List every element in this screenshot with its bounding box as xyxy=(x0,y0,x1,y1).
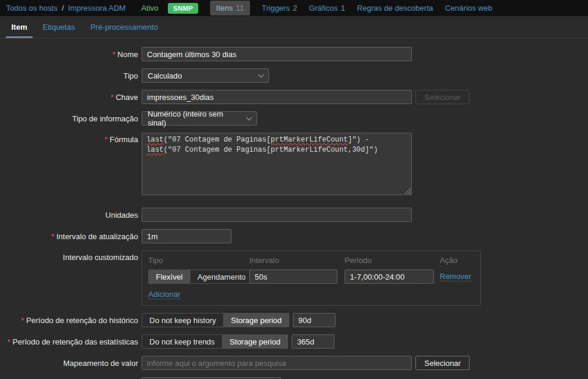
name-row: Nome xyxy=(0,47,588,61)
tab-preprocessing[interactable]: Pré-processamento xyxy=(83,16,165,38)
type-select[interactable]: Calculado xyxy=(142,68,269,83)
formula-row: Fórmula last("07 Contagem de Paginas[prt… xyxy=(0,133,588,195)
name-input[interactable] xyxy=(142,47,412,61)
nav-triggers-count: 2 xyxy=(293,4,297,12)
chevron-down-icon xyxy=(246,115,252,121)
history-segmented: Do not keep history Storage period xyxy=(142,313,289,327)
valuemap-row: Mapeamento de valor Selecionar xyxy=(0,356,588,370)
custom-interval-label: Intervalo customizado xyxy=(0,250,142,262)
units-label: Unidades xyxy=(0,211,142,220)
host-status-badge: Ativo xyxy=(141,4,158,12)
key-row: Chave Selecionar xyxy=(0,90,588,104)
valuemap-label: Mapeamento de valor xyxy=(0,359,142,368)
scheduling-option-button[interactable]: Agendamento xyxy=(190,270,253,283)
host-navigation-bar: Todos os hosts / Impressora ADM Ativo SN… xyxy=(0,0,588,16)
nav-triggers-label: Triggers xyxy=(262,4,290,12)
interval-value-input[interactable] xyxy=(249,270,337,284)
formula-token: prtMarkerLifeCount xyxy=(271,136,348,144)
interval-type-segmented: Flexível Agendamento xyxy=(148,270,254,284)
custom-interval-table: Tipo Intervalo Período Ação Flexível Age… xyxy=(142,250,481,306)
formula-token: last xyxy=(146,136,164,144)
update-interval-row: Intervalo de atualização xyxy=(0,229,588,243)
nav-discovery-label: Regras de descoberta xyxy=(357,4,433,12)
history-storage-option-button[interactable]: Storage period xyxy=(223,314,289,327)
nav-web-label: Cenários web xyxy=(445,4,493,12)
breadcrumb-all-hosts[interactable]: Todos os hosts xyxy=(6,4,58,12)
custom-interval-row: Intervalo customizado Tipo Intervalo Per… xyxy=(0,250,588,306)
trends-period-input[interactable] xyxy=(292,334,334,349)
flexible-option-button[interactable]: Flexível xyxy=(149,270,190,283)
trends-label: Período de retenção das estatísticas xyxy=(0,337,142,346)
no-trends-option-button[interactable]: Do not keep trends xyxy=(142,335,222,348)
tab-item[interactable]: Item xyxy=(4,16,35,38)
valuemap-select-button[interactable]: Selecionar xyxy=(415,356,470,370)
type-row: Tipo Calculado xyxy=(0,68,588,83)
key-select-button[interactable]: Selecionar xyxy=(415,90,470,104)
formula-label: Fórmula xyxy=(0,133,142,144)
nav-items-count: 11 xyxy=(236,4,244,12)
formula-token: ("07 Contagem de Paginas[prtMarkerLifeCo… xyxy=(164,146,378,154)
key-input[interactable] xyxy=(142,90,412,104)
col-header-period: Período xyxy=(345,256,440,266)
breadcrumb-host[interactable]: Impressora ADM xyxy=(68,4,126,12)
trends-storage-option-button[interactable]: Storage period xyxy=(222,335,287,348)
trends-segmented: Do not keep trends Storage period xyxy=(142,334,288,349)
units-row: Unidades xyxy=(0,208,588,222)
history-row: Período de retenção do histórico Do not … xyxy=(0,313,588,327)
type-label: Tipo xyxy=(0,71,142,80)
chevron-down-icon xyxy=(258,72,264,78)
nav-triggers-tab[interactable]: Triggers2 xyxy=(262,4,297,12)
formula-token: ]") - xyxy=(348,136,373,144)
nav-items-tab[interactable]: Itens11 xyxy=(210,1,250,15)
info-type-select[interactable]: Numérico (inteiro sem sinal) xyxy=(142,111,257,126)
period-value-input[interactable] xyxy=(345,270,434,284)
action-cell: Remover xyxy=(440,272,474,281)
resize-grip-icon[interactable] xyxy=(404,187,411,194)
info-type-row: Tipo de informação Numérico (inteiro sem… xyxy=(0,111,588,126)
history-label: Período de retenção do histórico xyxy=(0,316,142,325)
nav-web-tab[interactable]: Cenários web xyxy=(445,4,493,12)
remove-interval-link[interactable]: Remover xyxy=(440,272,471,281)
nav-items-label: Itens xyxy=(216,4,233,12)
interval-type-cell: Flexível Agendamento xyxy=(148,270,249,284)
nav-graphs-label: Gráficos xyxy=(309,4,337,12)
update-interval-input[interactable] xyxy=(142,229,232,243)
type-select-value: Calculado xyxy=(148,71,182,80)
item-tabstrip: Item Etiquetas Pré-processamento xyxy=(0,16,588,39)
col-header-type: Tipo xyxy=(148,256,249,266)
formula-token: ("07 Contagem de Paginas[ xyxy=(164,136,271,144)
history-period-input[interactable] xyxy=(293,313,336,327)
nav-graphs-count: 1 xyxy=(341,4,345,12)
info-type-label: Tipo de informação xyxy=(0,114,142,123)
units-input[interactable] xyxy=(142,208,412,222)
no-history-option-button[interactable]: Do not keep history xyxy=(142,314,223,327)
col-header-action: Ação xyxy=(440,256,474,266)
add-interval-link[interactable]: Adicionar xyxy=(148,290,180,299)
trends-row: Período de retenção das estatísticas Do … xyxy=(0,334,588,349)
nav-graphs-tab[interactable]: Gráficos1 xyxy=(309,4,345,12)
breadcrumb-separator: / xyxy=(62,4,64,12)
key-label: Chave xyxy=(0,93,142,102)
update-interval-label: Intervalo de atualização xyxy=(0,232,142,241)
nav-discovery-tab[interactable]: Regras de descoberta xyxy=(357,4,433,12)
tab-tags[interactable]: Etiquetas xyxy=(35,16,83,38)
formula-token: last xyxy=(146,146,164,154)
info-type-select-value: Numérico (inteiro sem sinal) xyxy=(148,109,241,127)
name-label: Nome xyxy=(0,50,142,59)
col-header-interval: Intervalo xyxy=(249,256,345,266)
formula-textarea[interactable]: last("07 Contagem de Paginas[prtMarkerLi… xyxy=(142,133,412,195)
interval-value-cell xyxy=(249,270,345,284)
item-form: Nome Tipo Calculado Chave Selecionar Tip… xyxy=(0,39,588,379)
snmp-interface-badge: SNMP xyxy=(168,3,198,14)
period-value-cell xyxy=(345,270,440,284)
valuemap-search-input[interactable] xyxy=(142,356,412,370)
